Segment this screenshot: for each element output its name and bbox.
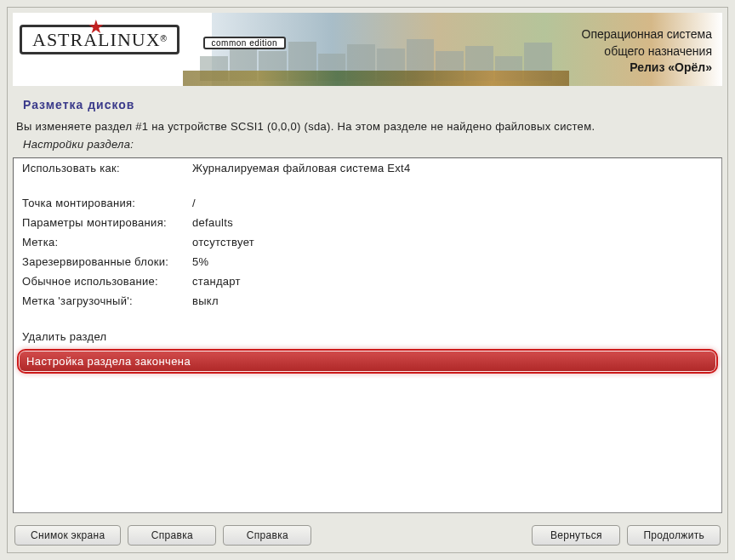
setting-mount-point[interactable]: Точка монтирования: / [14, 193, 721, 213]
page-title: Разметка дисков [13, 98, 722, 120]
setting-typical-usage[interactable]: Обычное использование: стандарт [14, 271, 721, 291]
delete-partition[interactable]: Удалить раздел [14, 326, 721, 347]
release-line: Релиз «Орёл» [582, 60, 712, 77]
done-partition-highlight: Настройка раздела закончена [17, 349, 718, 374]
logo: ★ ASTRALINUX® common edition [20, 25, 286, 54]
setting-use-as[interactable]: Использовать как: Журналируемая файловая… [14, 158, 721, 178]
setting-value: отсутствует [192, 236, 713, 249]
spacer [14, 178, 721, 193]
sub-instruction: Настройки раздела: [13, 136, 722, 156]
installer-window: ★ ASTRALINUX® common edition Операционна… [0, 0, 735, 560]
footer-buttons: Снимок экрана Справка Справка Вернуться … [13, 522, 722, 547]
setting-value: 5% [192, 255, 713, 268]
spacer [14, 311, 721, 326]
screenshot-button[interactable]: Снимок экрана [14, 525, 121, 546]
done-partition[interactable]: Настройка раздела закончена [20, 351, 715, 371]
setting-label: Использовать как: [22, 162, 192, 174]
setting-mount-options[interactable]: Параметры монтирования: defaults [14, 213, 721, 232]
back-button[interactable]: Вернуться [532, 525, 620, 546]
trees-decoration [183, 71, 569, 86]
os-line2: общего назначения [582, 43, 712, 60]
setting-label: Точка монтирования: [22, 197, 192, 209]
continue-button[interactable]: Продолжить [627, 525, 721, 546]
help-button-1[interactable]: Справка [128, 525, 216, 546]
instruction-text: Вы изменяете раздел #1 на устройстве SCS… [13, 120, 722, 136]
os-line1: Операционная система [582, 26, 712, 43]
help-button-2[interactable]: Справка [223, 525, 311, 546]
inner-frame: ★ ASTRALINUX® common edition Операционна… [7, 7, 728, 553]
star-icon: ★ [88, 16, 105, 38]
setting-value: выкл [192, 294, 713, 307]
settings-panel: Использовать как: Журналируемая файловая… [13, 157, 722, 513]
setting-label: Метка: [22, 236, 192, 249]
header-banner: ★ ASTRALINUX® common edition Операционна… [13, 13, 722, 86]
setting-value: defaults [192, 216, 713, 229]
setting-label: Метка 'загрузочный': [22, 294, 192, 307]
header-text: Операционная система общего назначения Р… [582, 26, 712, 77]
setting-label: Зарезервированные блоки: [22, 255, 192, 268]
setting-value: / [192, 197, 713, 209]
setting-reserved-blocks[interactable]: Зарезервированные блоки: 5% [14, 252, 721, 271]
setting-label: Обычное использование: [22, 275, 192, 288]
setting-value: Журналируемая файловая система Ext4 [192, 162, 713, 174]
setting-bootable-flag[interactable]: Метка 'загрузочный': выкл [14, 291, 721, 311]
brand-subtitle: common edition [203, 37, 287, 49]
setting-value: стандарт [192, 275, 713, 288]
setting-label: Параметры монтирования: [22, 216, 192, 229]
setting-label-field[interactable]: Метка: отсутствует [14, 232, 721, 252]
